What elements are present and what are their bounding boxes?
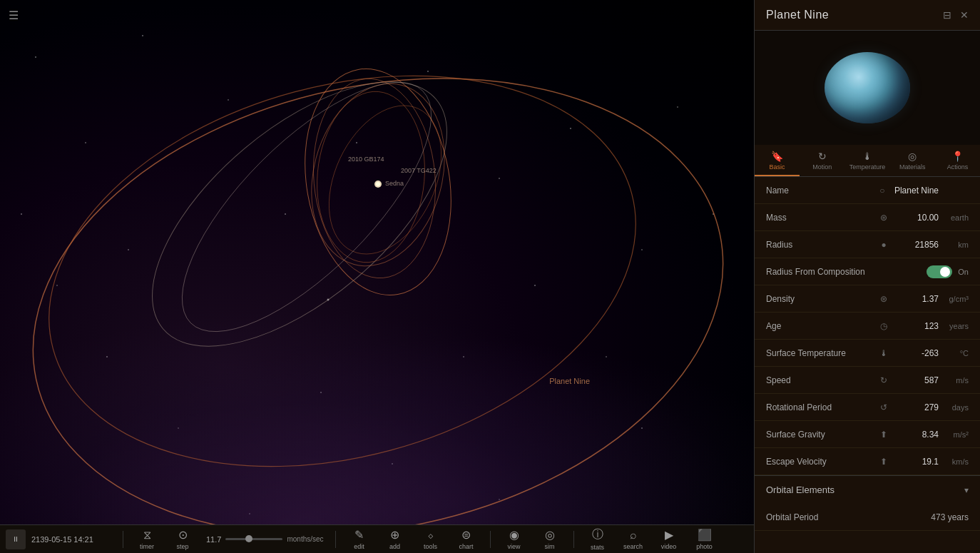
toolbar-chart[interactable]: ⊜ chart <box>449 526 484 553</box>
rotational-period-prop-icon: ↺ <box>877 402 890 412</box>
datetime-display: 2139-05-15 14:21 <box>31 535 117 544</box>
toggle-on-label: On <box>958 268 969 276</box>
tab-temperature[interactable]: 🌡 Temperature <box>844 145 889 176</box>
menu-icon[interactable]: ☰ <box>9 9 19 22</box>
prop-unit-radius: km <box>943 240 969 249</box>
prop-value-age[interactable]: 123 <box>896 321 939 331</box>
timer-icon: ⧖ <box>143 529 151 542</box>
basic-tab-label: Basic <box>770 163 785 171</box>
prop-value-surface-temp[interactable]: -263 <box>896 348 939 358</box>
prop-value-orbital-period[interactable]: 473 years <box>926 512 969 522</box>
prop-value-density[interactable]: 1.37 <box>896 294 939 304</box>
tools-label: tools <box>424 543 437 550</box>
prop-row-orbital-period: Orbital Period 473 years <box>755 504 980 531</box>
toolbar-step[interactable]: ⊙ step <box>165 526 200 553</box>
prop-unit-surface-gravity: m/s² <box>943 430 969 439</box>
planet-nine-orbit-label: Planet Nine <box>549 377 590 385</box>
photo-label: photo <box>696 543 713 550</box>
mass-prop-icon: ⊛ <box>877 213 890 223</box>
tab-basic[interactable]: 🔖 Basic <box>755 145 800 176</box>
toolbar-search[interactable]: ⌕ search <box>616 526 651 553</box>
svg-point-2 <box>108 34 491 394</box>
prop-name-name: Name <box>766 186 876 196</box>
photo-icon: ⬛ <box>698 528 712 542</box>
video-icon: ▶ <box>665 528 673 542</box>
prop-name-surface-gravity: Surface Gravity <box>766 430 877 440</box>
space-view[interactable]: 2010 GB174 2007 TG422 Sedna Planet Nine … <box>0 0 754 524</box>
prop-row-age: Age ◷ 123 years <box>755 313 980 340</box>
speed-value: 11.7 <box>206 535 221 544</box>
prop-row-rotational-period: Rotational Period ↺ 279 days <box>755 394 980 421</box>
step-icon: ⊙ <box>178 528 188 542</box>
add-label: add <box>389 543 400 550</box>
tab-materials[interactable]: ◎ Materials <box>890 145 935 176</box>
prop-row-surface-gravity: Surface Gravity ⬆ 8.34 m/s² <box>755 421 980 448</box>
prop-value-rotational-period[interactable]: 279 <box>896 402 939 412</box>
separator-1 <box>123 531 123 548</box>
svg-point-10 <box>376 182 380 186</box>
speed-slider-thumb <box>245 535 252 542</box>
panel-title: Planet Nine <box>766 9 829 21</box>
stats-icon: ⓘ <box>592 527 603 542</box>
prop-value-name[interactable]: Planet Nine <box>894 186 939 196</box>
escape-velocity-prop-icon: ⬆ <box>877 457 890 467</box>
motion-tab-icon: ↻ <box>818 151 827 162</box>
motion-tab-label: Motion <box>812 163 832 171</box>
toolbar-timer[interactable]: ⧖ timer <box>129 526 165 553</box>
separator-2 <box>335 531 336 548</box>
prop-value-speed[interactable]: 587 <box>896 375 939 385</box>
prop-row-radius: Radius ● 21856 km <box>755 231 980 258</box>
panel-header: Planet Nine ⊟ ✕ <box>755 0 980 31</box>
speed-section: 11.7 months/sec <box>206 535 324 544</box>
svg-point-0 <box>0 18 754 524</box>
toolbar-photo[interactable]: ⬛ photo <box>687 526 723 553</box>
tab-actions[interactable]: 📍 Actions <box>935 145 980 176</box>
speed-unit: months/sec <box>287 535 323 543</box>
tab-motion[interactable]: ↻ Motion <box>800 145 844 176</box>
prop-unit-rotational-period: days <box>943 403 969 412</box>
toolbar-edit[interactable]: ✎ edit <box>342 526 377 553</box>
toolbar-add[interactable]: ⊕ add <box>377 526 413 553</box>
video-label: video <box>661 543 677 550</box>
prop-unit-age: years <box>943 322 969 330</box>
prop-value-radius[interactable]: 21856 <box>896 240 939 250</box>
orbital-elements-section[interactable]: Orbital Elements ▾ <box>755 475 980 504</box>
radius-composition-toggle[interactable] <box>927 265 952 278</box>
sim-label: sim <box>545 543 555 550</box>
speed-slider[interactable] <box>225 538 282 540</box>
toolbar-tools[interactable]: ⬦ tools <box>413 526 449 553</box>
prop-row-density: Density ⊛ 1.37 g/cm³ <box>755 285 980 313</box>
prop-value-surface-gravity[interactable]: 8.34 <box>896 430 939 440</box>
prop-row-mass: Mass ⊛ 10.00 earth <box>755 204 980 231</box>
svg-point-6 <box>292 69 464 281</box>
prop-name-radius-composition: Radius From Composition <box>766 267 927 277</box>
prop-name-orbital-period: Orbital Period <box>766 512 926 522</box>
materials-tab-label: Materials <box>899 163 926 171</box>
basic-tab-icon: 🔖 <box>771 151 783 162</box>
prop-unit-surface-temp: °C <box>943 349 969 357</box>
tab-bar: 🔖 Basic ↻ Motion 🌡 Temperature ◎ Materia… <box>755 145 980 177</box>
prop-value-escape-velocity[interactable]: 19.1 <box>896 457 939 467</box>
search-icon: ⌕ <box>630 529 637 542</box>
prop-name-speed: Speed <box>766 375 877 385</box>
toolbar-stats[interactable]: ⓘ stats <box>580 526 616 553</box>
prop-row-radius-composition: Radius From Composition On <box>755 258 980 285</box>
chart-label: chart <box>459 543 474 550</box>
orbital-elements-chevron: ▾ <box>964 485 969 495</box>
prop-row-name: Name ○ Planet Nine <box>755 177 980 204</box>
temperature-tab-label: Temperature <box>849 163 886 171</box>
surface-gravity-prop-icon: ⬆ <box>877 430 890 440</box>
prop-unit-speed: m/s <box>943 376 969 385</box>
prop-name-density: Density <box>766 294 877 304</box>
toolbar-video[interactable]: ▶ video <box>651 526 687 553</box>
pause-button[interactable]: ⏸ <box>6 529 26 549</box>
prop-value-mass[interactable]: 10.00 <box>896 213 939 223</box>
prop-name-radius: Radius <box>766 240 877 250</box>
image-off-icon[interactable]: ⊟ <box>943 9 951 21</box>
prop-name-surface-temp: Surface Temperature <box>766 348 877 358</box>
toolbar-view[interactable]: ◉ view <box>496 526 532 553</box>
toolbar-sim[interactable]: ◎ sim <box>532 526 568 553</box>
prop-unit-mass: earth <box>943 213 969 222</box>
close-icon[interactable]: ✕ <box>960 9 969 21</box>
prop-unit-density: g/cm³ <box>943 295 969 303</box>
